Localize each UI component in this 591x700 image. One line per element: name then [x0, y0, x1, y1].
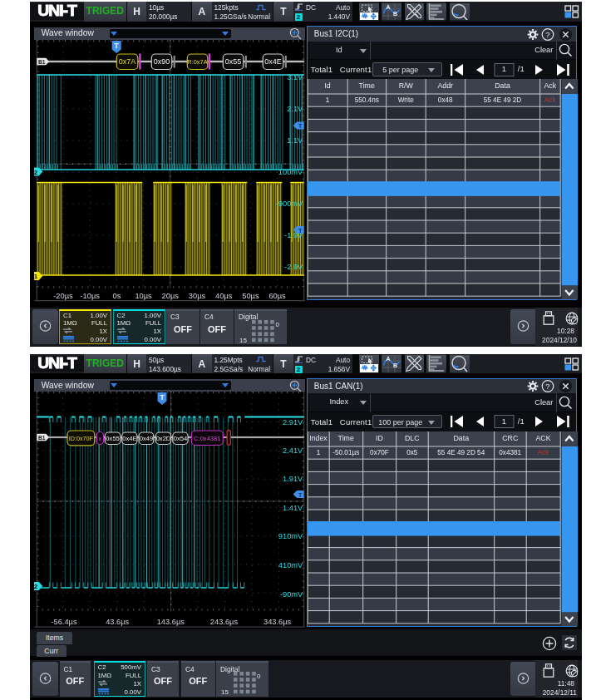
svg-text:50µs: 50µs [242, 292, 259, 300]
svg-text:T: T [298, 123, 303, 129]
svg-text:T: T [298, 492, 303, 498]
svg-text:40µs: 40µs [215, 292, 233, 300]
svg-text:243.6µs: 243.6µs [210, 618, 239, 626]
svg-text:0x2D: 0x2D [155, 436, 170, 443]
svg-text:x: x [98, 435, 101, 442]
svg-text:1.1V: 1.1V [287, 136, 303, 145]
svg-text:-10µs: -10µs [80, 292, 100, 300]
svg-text:1.41V: 1.41V [283, 504, 303, 512]
svg-text:1.91V: 1.91V [283, 476, 303, 484]
svg-text:-900mV: -900mV [275, 200, 303, 208]
svg-text:-20µs: -20µs [53, 292, 73, 300]
svg-text:0x7A: 0x7A [119, 57, 136, 66]
svg-text:2.1V: 2.1V [287, 105, 303, 113]
svg-text:?: ? [545, 30, 549, 39]
svg-text:B: B [392, 11, 396, 17]
svg-text:A: A [386, 356, 390, 362]
svg-text:2.91V: 2.91V [283, 418, 303, 426]
svg-text:10µs: 10µs [135, 292, 152, 300]
svg-text:20µs: 20µs [161, 292, 179, 300]
svg-text:2: 2 [34, 168, 38, 175]
svg-text:143.6µs: 143.6µs [156, 618, 185, 626]
svg-text:T: T [160, 393, 165, 402]
svg-text:0s: 0s [112, 292, 121, 300]
svg-text:0x55: 0x55 [106, 436, 119, 443]
svg-text:0x90: 0x90 [153, 57, 170, 66]
svg-text:C:0x4381: C:0x4381 [194, 435, 221, 442]
svg-text:-90mV: -90mV [280, 590, 303, 599]
svg-text:-1.9V: -1.9V [284, 231, 303, 239]
svg-text:2.41V: 2.41V [283, 446, 303, 455]
svg-text:B: B [392, 362, 396, 368]
svg-text:R:0x7A: R:0x7A [187, 58, 207, 66]
svg-text:30µs: 30µs [189, 292, 206, 300]
svg-text:910mV: 910mV [278, 533, 303, 541]
svg-text:0x4E: 0x4E [264, 57, 282, 66]
svg-text:-2.9V: -2.9V [284, 263, 303, 271]
svg-text:0x49: 0x49 [139, 436, 152, 443]
svg-text:0x55: 0x55 [224, 57, 241, 66]
svg-text:A: A [386, 4, 390, 10]
svg-text:T: T [114, 41, 119, 49]
svg-text:343.6µs: 343.6µs [263, 618, 292, 626]
svg-text:?: ? [545, 382, 549, 391]
svg-text:43.6µs: 43.6µs [106, 618, 129, 626]
svg-text:-56.4µs: -56.4µs [51, 618, 77, 626]
svg-text:B1: B1 [38, 435, 46, 441]
svg-text:410mV: 410mV [278, 561, 303, 569]
svg-text:2: 2 [34, 584, 38, 591]
svg-text:1: 1 [34, 273, 38, 280]
svg-text:B1: B1 [38, 58, 46, 64]
svg-text:ID:0x70F: ID:0x70F [69, 435, 94, 442]
svg-text:3.1V: 3.1V [287, 73, 303, 81]
svg-text:60µs: 60µs [268, 292, 286, 300]
svg-text:100mV: 100mV [278, 168, 303, 176]
svg-text:0x4E: 0x4E [122, 436, 136, 443]
svg-text:0x54: 0x54 [173, 436, 186, 443]
